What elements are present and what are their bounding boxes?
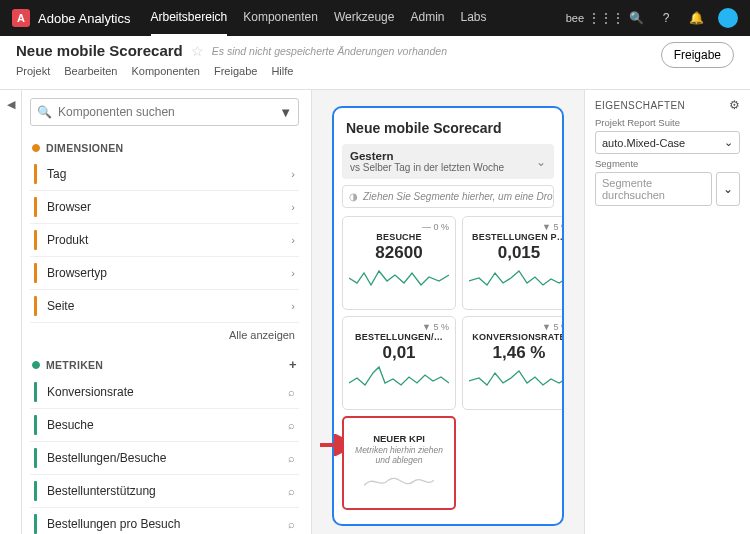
dimensions-dot-icon — [32, 144, 40, 152]
add-metric-icon[interactable]: + — [289, 357, 297, 372]
chevron-right-icon: › — [291, 300, 295, 312]
sparkline-icon — [349, 263, 449, 293]
segment-search[interactable]: Segmente durchsuchen — [595, 172, 712, 206]
search-icon: 🔍 — [37, 105, 52, 119]
search-icon[interactable]: 🔍 — [628, 10, 644, 26]
sparkline-icon — [349, 363, 449, 393]
segment-drop-zone[interactable]: Ziehen Sie Segmente hierher, um eine Dro… — [342, 185, 554, 208]
sparkline-icon — [469, 263, 564, 293]
chevron-down-icon: ⌄ — [724, 136, 733, 149]
metrics-header[interactable]: METRIKEN + — [30, 351, 299, 376]
metric-item[interactable]: Bestellungen/Besuche⌕ — [30, 442, 299, 475]
chevron-right-icon: › — [291, 267, 295, 279]
metric-item[interactable]: Besuche⌕ — [30, 409, 299, 442]
menu-projekt[interactable]: Projekt — [16, 65, 50, 77]
filter-icon[interactable]: ▼ — [279, 105, 292, 120]
menu-hilfe[interactable]: Hilfe — [271, 65, 293, 77]
dimensions-header[interactable]: DIMENSIONEN — [30, 136, 299, 158]
workspace-toolbar: Neue mobile Scorecard ☆ Es sind nicht ge… — [0, 36, 750, 90]
menu-komponenten[interactable]: Komponenten — [131, 65, 200, 77]
unsaved-label: Es sind nicht gespeicherte Änderungen vo… — [212, 45, 447, 57]
scorecard-title: Neue mobile Scorecard — [342, 118, 554, 144]
dimension-item[interactable]: Produkt› — [30, 224, 299, 257]
avatar[interactable] — [718, 8, 738, 28]
metric-item[interactable]: Konversionsrate⌕ — [30, 376, 299, 409]
menu-freigabe[interactable]: Freigabe — [214, 65, 257, 77]
properties-panel: ⚙ EIGENSCHAFTEN Projekt Report Suite aut… — [584, 90, 750, 534]
tab-arbeitsbereich[interactable]: Arbeitsbereich — [151, 0, 228, 36]
gear-icon[interactable]: ⚙ — [729, 98, 740, 112]
tab-werkzeuge[interactable]: Werkzeuge — [334, 0, 394, 36]
tab-labs[interactable]: Labs — [460, 0, 486, 36]
dimension-item[interactable]: Seite› — [30, 290, 299, 323]
date-range-card[interactable]: Gestern vs Selber Tag in der letzten Woc… — [342, 144, 554, 179]
segment-dropdown-button[interactable]: ⌄ — [716, 172, 740, 206]
kpi-tile[interactable]: — 0 % BESUCHE 82600 — [342, 216, 456, 310]
report-suite-select[interactable]: auto.Mixed-Case ⌄ — [595, 131, 740, 154]
project-menu: Projekt Bearbeiten Komponenten Freigabe … — [16, 65, 447, 77]
dimension-item[interactable]: Tag› — [30, 158, 299, 191]
app-title: Adobe Analytics — [38, 11, 131, 26]
properties-header: EIGENSCHAFTEN — [595, 100, 740, 111]
adobe-logo: A — [12, 9, 30, 27]
chevron-down-icon: ⌄ — [536, 155, 546, 169]
metrics-dot-icon — [32, 361, 40, 369]
dimension-item[interactable]: Browsertyp› — [30, 257, 299, 290]
chevron-right-icon: › — [291, 234, 295, 246]
left-rail: ◀ — [0, 90, 22, 534]
kpi-tile[interactable]: ▼ 5 % BESTELLUNGEN/… 0,01 — [342, 316, 456, 410]
component-search[interactable]: 🔍 ▼ — [30, 98, 299, 126]
components-panel: 🔍 ▼ DIMENSIONEN Tag› Browser› Produkt› B… — [22, 90, 312, 534]
menu-bearbeiten[interactable]: Bearbeiten — [64, 65, 117, 77]
kpi-tile[interactable]: ▼ 5 % KONVERSIONSRATE 1,46 % — [462, 316, 564, 410]
page-title: Neue mobile Scorecard — [16, 42, 183, 59]
chevron-down-icon: ⌄ — [723, 182, 733, 196]
favorite-star-icon[interactable]: ☆ — [191, 43, 204, 59]
chevron-right-icon: › — [291, 168, 295, 180]
rail-toggle-icon[interactable]: ◀ — [0, 98, 21, 111]
dimension-item[interactable]: Browser› — [30, 191, 299, 224]
search-input[interactable] — [56, 103, 279, 121]
help-icon[interactable]: ? — [658, 10, 674, 26]
metric-item[interactable]: Bestellunterstützung⌕ — [30, 475, 299, 508]
sparkline-placeholder-icon — [364, 469, 434, 493]
tab-komponenten[interactable]: Komponenten — [243, 0, 318, 36]
new-kpi-drop-tile[interactable]: NEUER KPI Metriken hierhin ziehen und ab… — [342, 416, 456, 510]
nav-tabs: Arbeitsbereich Komponenten Werkzeuge Adm… — [151, 0, 566, 36]
kpi-tile[interactable]: ▼ 5 % BESTELLUNGEN P… 0,015 — [462, 216, 564, 310]
bell-icon[interactable]: 🔔 — [688, 10, 704, 26]
apps-icon[interactable]: ⋮⋮⋮ — [598, 10, 614, 26]
metric-item[interactable]: Bestellungen pro Besuch⌕ — [30, 508, 299, 534]
global-nav: A Adobe Analytics Arbeitsbereich Kompone… — [0, 0, 750, 36]
report-suite-label: Projekt Report Suite — [595, 117, 740, 128]
scorecard-canvas: Neue mobile Scorecard Gestern vs Selber … — [312, 90, 584, 534]
scorecard-preview: Neue mobile Scorecard Gestern vs Selber … — [332, 106, 564, 526]
sparkline-icon — [469, 363, 564, 393]
segments-label: Segmente — [595, 158, 740, 169]
tab-admin[interactable]: Admin — [410, 0, 444, 36]
chevron-right-icon: › — [291, 201, 295, 213]
show-all-dimensions[interactable]: Alle anzeigen — [30, 323, 299, 351]
share-button[interactable]: Freigabe — [661, 42, 734, 68]
user-name: bee — [566, 12, 584, 24]
